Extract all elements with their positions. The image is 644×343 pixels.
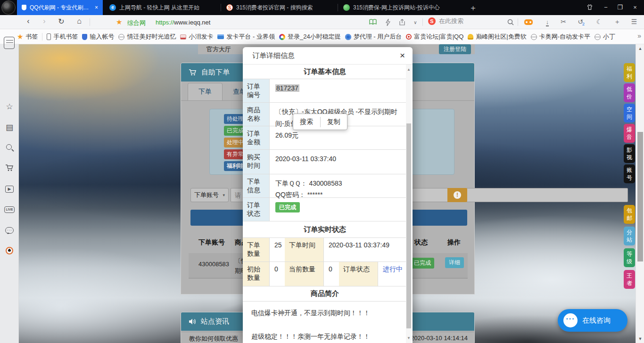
scroll-down-icon[interactable]: ▼: [406, 336, 412, 340]
nav-link-hall[interactable]: 官方大厅: [206, 45, 231, 54]
row-order-info: 下单信息 下单ＱＱ： 430008583 QQ密码： ******: [243, 174, 407, 198]
globe-icon: [118, 34, 124, 40]
reading-mode-icon[interactable]: [368, 18, 378, 25]
new-tab-button[interactable]: ＋: [469, 2, 477, 13]
tab-close-icon[interactable]: ×: [93, 4, 98, 11]
tab-title: QQ代刷网 - 专业代刷平台,自助下单: [30, 4, 90, 12]
game-center-icon[interactable]: [523, 18, 534, 26]
live-icon[interactable]: LIVE: [4, 206, 15, 213]
bookmark-item[interactable]: 输入帐号: [82, 33, 114, 41]
profile-card-icon[interactable]: [4, 37, 15, 49]
bookmark-item[interactable]: 小泪发卡: [180, 33, 213, 41]
night-mode-icon[interactable]: ☾: [594, 18, 604, 25]
bookmark-item[interactable]: 富贵论坛|富贵|QQ: [406, 33, 463, 41]
modal-close-icon[interactable]: ×: [400, 50, 405, 61]
restore-tabs-icon[interactable]: ↺2: [575, 18, 586, 25]
tab-315-sogou[interactable]: S 315消费者投诉官网 - 搜狗搜索: [222, 0, 337, 15]
bookmark-item[interactable]: 登录_24小时稳定提: [279, 33, 341, 41]
cell-label: 初始数量: [243, 262, 270, 286]
search-icon[interactable]: [6, 144, 12, 150]
bookmark-item[interactable]: 发卡平台 - 业界领: [217, 33, 275, 41]
float-button-wangzhe[interactable]: 王者: [624, 270, 635, 289]
tab-navigation[interactable]: e 上网导航 - 轻快上网 从这里开始: [105, 0, 220, 15]
float-button-fenzhan[interactable]: 分站: [624, 227, 635, 245]
tab-separator: [338, 4, 338, 11]
float-button-yingshi[interactable]: 影视: [624, 144, 635, 163]
card-favicon: [180, 34, 186, 40]
video-icon[interactable]: ▶: [5, 186, 14, 193]
forward-button[interactable]: ›: [39, 17, 50, 25]
bookmark-item[interactable]: 小丁: [594, 33, 615, 41]
bookmark-item[interactable]: ★书签: [17, 33, 38, 41]
home-button[interactable]: ⌂: [74, 17, 85, 25]
row-realtime-2: 初始数量 0 当前数量 0 订单状态 进行中: [243, 262, 407, 286]
selected-text[interactable]: 817237: [275, 84, 299, 92]
float-button-fuli[interactable]: 福利: [624, 63, 635, 82]
favorites-star-icon[interactable]: ☆: [0, 102, 19, 112]
sogou-search-box[interactable]: S 在此搜索: [428, 17, 463, 25]
site-label[interactable]: 综合网: [127, 19, 146, 27]
tab-315-xiaofeibao[interactable]: 315消费保-网上投诉网站-投诉中心: [339, 0, 454, 15]
search-icon[interactable]: [505, 18, 516, 25]
float-button-dengji[interactable]: 等级: [624, 248, 635, 267]
bookmark-item[interactable]: 手机书签: [47, 33, 78, 41]
chat-icon[interactable]: ···: [5, 227, 14, 234]
online-chat-button[interactable]: ··· 在线咨询: [558, 309, 627, 332]
shield-favicon: [22, 5, 26, 10]
float-button-baoyin[interactable]: 爆音: [624, 124, 635, 143]
bookmark-item[interactable]: 梦代理 - 用户后台: [345, 33, 402, 41]
sogou-favicon: S: [226, 4, 233, 11]
share-icon[interactable]: [397, 18, 407, 25]
back-button[interactable]: ‹: [23, 17, 34, 25]
url-field[interactable]: https://www.ieqq.net: [156, 19, 210, 26]
maximize-button[interactable]: ❐: [614, 4, 626, 11]
screenshot-scissors-icon[interactable]: ✂: [558, 18, 569, 25]
order-detail-button[interactable]: 详细: [445, 257, 464, 268]
user-avatar[interactable]: [1, 0, 16, 15]
popup-copy-button[interactable]: 复制: [320, 118, 347, 126]
news-date: 2020-03-10 14:14:14: [411, 335, 468, 342]
book-icon[interactable]: ▤: [0, 122, 19, 132]
ring-favicon: [279, 34, 285, 40]
row-realtime-1: 下单数量 25 下单时间 2020-03-11 03:37:49: [243, 238, 407, 262]
close-button[interactable]: ×: [629, 4, 641, 11]
bookmarks-overflow-button[interactable]: »: [637, 32, 641, 40]
row-value: 2020-03-11 03:37:40: [270, 150, 336, 174]
modal-scrollbar[interactable]: ▲ ▼: [406, 65, 412, 343]
float-button-baoyou[interactable]: 包邮: [624, 205, 635, 224]
register-login-button[interactable]: 注册登陆: [439, 44, 471, 54]
status-link[interactable]: 进行中: [378, 262, 403, 286]
favorite-star-icon[interactable]: ★: [116, 18, 122, 26]
modal-scrollbar-thumb[interactable]: [406, 123, 411, 328]
add-icon[interactable]: ＋: [612, 18, 622, 26]
input-warning-addon[interactable]: !: [447, 188, 467, 202]
scrollbar-thumb[interactable]: [637, 132, 643, 261]
cart-icon[interactable]: [0, 164, 19, 174]
float-button-dijia[interactable]: 低价: [624, 83, 635, 102]
float-button-zhanghao[interactable]: 账号: [624, 164, 635, 183]
popup-search-button[interactable]: 搜索: [293, 118, 320, 126]
scroll-down-icon[interactable]: ▼: [636, 336, 644, 341]
chevron-down-icon[interactable]: ∨: [410, 20, 421, 25]
bookmark-item[interactable]: 巅峰阁社区|免费软: [468, 33, 526, 41]
flash-icon[interactable]: [383, 18, 393, 26]
refresh-button[interactable]: ↻: [56, 17, 67, 26]
bookmark-separator: [42, 33, 42, 41]
page-scrollbar[interactable]: ▲ ▼: [636, 44, 644, 343]
float-button-kongjian[interactable]: 空间: [624, 104, 635, 122]
tab-place-order[interactable]: 下单: [188, 83, 223, 100]
bookmark-item[interactable]: 情迁美好时光追忆: [118, 33, 176, 41]
download-icon[interactable]: ↓: [542, 18, 553, 25]
scroll-up-icon[interactable]: ▲: [636, 46, 644, 51]
bookmark-item[interactable]: 卡奥网-自动发卡平: [531, 33, 590, 41]
menu-icon[interactable]: ☰: [629, 18, 639, 25]
tab-qq-daishua[interactable]: QQ代刷网 - 专业代刷平台,自助下单 ×: [17, 0, 103, 15]
scroll-up-icon[interactable]: ▲: [406, 67, 412, 72]
shield-icon: [82, 34, 87, 40]
minimize-button[interactable]: −: [600, 4, 612, 11]
skin-button[interactable]: [584, 4, 596, 11]
news-title[interactable]: 教你如何领取优惠: [189, 335, 238, 343]
football-icon[interactable]: [6, 247, 13, 254]
account-type-select[interactable]: 下单账号▾: [190, 188, 229, 202]
row-label: 订单编号: [243, 79, 270, 102]
